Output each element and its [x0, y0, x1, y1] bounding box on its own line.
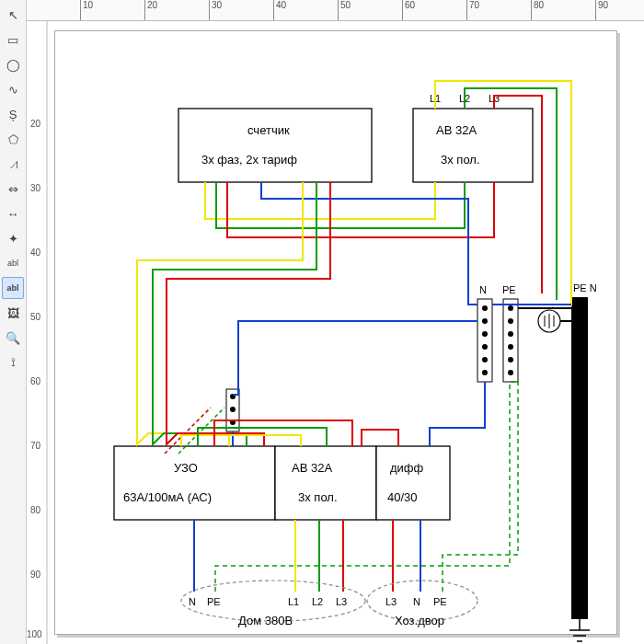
ruler-tick: 60: [402, 0, 415, 20]
label-n: N: [479, 284, 487, 295]
label-pe: PE: [502, 284, 516, 295]
diff-line1: дифф: [390, 461, 424, 475]
block-uzo: [114, 446, 275, 520]
svg-point-27: [230, 407, 236, 412]
tool-dimension[interactable]: ↔: [2, 202, 24, 224]
svg-text:70: 70: [30, 441, 41, 451]
svg-point-17: [482, 344, 488, 350]
uzo-line2: 63А/100мА (АС): [123, 490, 212, 504]
n-terminal: [477, 299, 492, 382]
tool-crosshair[interactable]: ✦: [2, 227, 24, 249]
out2-pe: PE: [433, 596, 447, 607]
svg-point-21: [508, 318, 513, 324]
ruler-tick: 80: [531, 0, 544, 20]
tool-polygon[interactable]: ⬠: [2, 128, 24, 150]
tool-ellipse[interactable]: ◯: [2, 53, 24, 75]
svg-text:100: 100: [27, 629, 42, 639]
tool-bezier[interactable]: Ș: [2, 103, 24, 125]
svg-text:20: 20: [30, 119, 41, 129]
svg-point-14: [482, 305, 488, 311]
tool-pointer[interactable]: ↖: [2, 4, 24, 26]
tool-rect[interactable]: ▭: [2, 29, 24, 51]
diagram-svg: 203040 506070 8090100 PE N: [27, 21, 644, 644]
tool-polyline[interactable]: ⩘: [2, 153, 24, 175]
app-frame: ↖ ▭ ◯ ∿ Ș ⬠ ⩘ ⇔ ↔ ✦ abl abl 🖼 🔍 ⟟ 10 20 …: [0, 0, 644, 644]
block-breaker2: [275, 446, 376, 520]
meter-line2: 3х фаз, 2х тариф: [201, 153, 297, 167]
svg-point-16: [482, 331, 488, 337]
workspace: 10 20 30 40 50 60 70 80 90 203040 506070…: [27, 0, 644, 644]
breaker1-line1: АВ 32А: [436, 123, 477, 137]
svg-point-19: [482, 370, 488, 375]
ruler-tick: 30: [209, 0, 222, 20]
out-n: N: [189, 596, 196, 607]
ruler-tick: 40: [273, 0, 286, 20]
block-diff: [376, 446, 450, 520]
tool-measure[interactable]: ⟟: [2, 351, 24, 374]
tool-freehand[interactable]: ∿: [2, 78, 24, 100]
ruler-tick: 20: [144, 0, 157, 20]
pen-busbar: [571, 297, 588, 619]
uzo-line1: УЗО: [174, 461, 198, 475]
svg-text:60: 60: [30, 376, 41, 386]
horizontal-ruler: 10 20 30 40 50 60 70 80 90: [27, 0, 644, 21]
tool-image[interactable]: 🖼: [2, 302, 24, 324]
out-l2: L2: [312, 596, 323, 607]
breaker2-line2: 3х пол.: [298, 490, 338, 504]
label-house: Дом 380В: [238, 614, 293, 627]
diff-line2: 40/30: [387, 490, 418, 504]
canvas[interactable]: 203040 506070 8090100 PE N: [27, 21, 644, 644]
svg-text:30: 30: [30, 183, 41, 193]
toolbox: ↖ ▭ ◯ ∿ Ș ⬠ ⩘ ⇔ ↔ ✦ abl abl 🖼 🔍 ⟟: [0, 0, 27, 644]
ruler-tick: 70: [466, 0, 479, 20]
svg-point-15: [482, 318, 488, 324]
svg-point-25: [508, 370, 513, 375]
svg-text:50: 50: [30, 312, 41, 322]
tool-text[interactable]: abl: [2, 252, 24, 274]
svg-point-18: [482, 357, 488, 362]
ruler-tick: 10: [80, 0, 93, 20]
meter-line1: счетчик: [247, 123, 290, 137]
svg-text:80: 80: [30, 505, 41, 515]
svg-point-20: [508, 305, 513, 311]
pe-terminal: [503, 299, 518, 382]
label-pen: PE N: [573, 282, 597, 293]
out-l1: L1: [288, 596, 299, 607]
svg-text:90: 90: [30, 569, 41, 580]
label-yard: Хоз.двор: [395, 614, 444, 627]
out-l3: L3: [336, 596, 347, 607]
out2-l3: L3: [385, 596, 397, 607]
ruler-tick: 90: [595, 0, 608, 20]
ruler-tick: 50: [338, 0, 351, 20]
block-meter: [178, 109, 372, 182]
tool-zoom[interactable]: 🔍: [2, 327, 24, 349]
breaker1-line2: 3х пол.: [441, 153, 480, 167]
out-pe: PE: [207, 596, 221, 607]
svg-point-22: [508, 331, 513, 337]
svg-point-24: [508, 357, 513, 362]
block-breaker1: [413, 109, 533, 182]
breaker2-line1: АВ 32А: [292, 461, 332, 475]
out2-n: N: [413, 596, 420, 607]
tool-line[interactable]: ⇔: [2, 178, 24, 200]
svg-point-23: [508, 344, 513, 350]
svg-text:40: 40: [30, 247, 41, 258]
tool-textbox[interactable]: abl: [2, 277, 24, 299]
